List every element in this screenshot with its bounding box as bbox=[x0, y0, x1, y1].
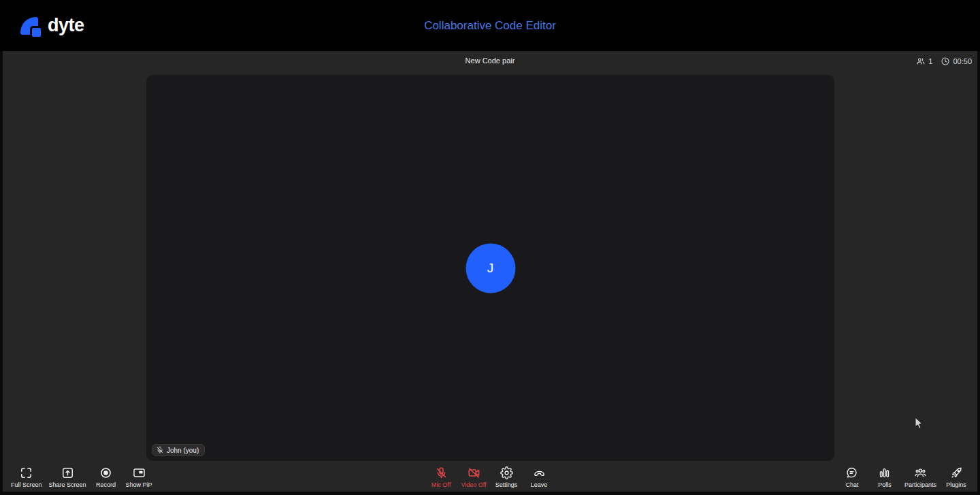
control-label: Plugins bbox=[946, 481, 966, 488]
timer-value: 00:50 bbox=[953, 57, 972, 65]
meeting-stage: New Code pair 1 00:50 bbox=[3, 51, 977, 492]
control-label: Participants bbox=[904, 481, 936, 488]
record-icon bbox=[99, 466, 112, 479]
meeting-timer: 00:50 bbox=[941, 57, 972, 66]
full-screen-button[interactable]: Full Screen bbox=[10, 466, 44, 488]
rocket-icon bbox=[950, 466, 963, 479]
control-label: Settings bbox=[495, 481, 518, 488]
plugins-button[interactable]: Plugins bbox=[942, 466, 970, 488]
share-screen-icon bbox=[61, 466, 74, 479]
record-button[interactable]: Record bbox=[92, 466, 120, 488]
mic-off-icon bbox=[435, 466, 448, 479]
control-label: Leave bbox=[531, 481, 548, 488]
leave-call-icon bbox=[533, 466, 546, 479]
control-label: Mic Off bbox=[431, 481, 451, 488]
people-group-icon bbox=[914, 466, 927, 479]
control-label: Full Screen bbox=[11, 481, 42, 488]
settings-button[interactable]: Settings bbox=[492, 466, 521, 488]
video-off-icon bbox=[468, 466, 480, 479]
participants-count-icon bbox=[916, 57, 926, 66]
control-label: Show PiP bbox=[126, 481, 152, 488]
gear-icon bbox=[500, 466, 513, 479]
chat-button[interactable]: Chat bbox=[838, 466, 866, 488]
control-group-left: Full Screen Share Screen bbox=[10, 466, 154, 488]
fullscreen-icon bbox=[20, 466, 33, 479]
meeting-stats: 1 00:50 bbox=[916, 57, 972, 66]
participant-video-tile: J John (you) bbox=[146, 75, 834, 461]
polls-button[interactable]: Polls bbox=[870, 466, 899, 488]
meeting-title: New Code pair bbox=[3, 57, 977, 65]
control-group-center: Mic Off Video Off bbox=[427, 466, 553, 488]
control-label: Share Screen bbox=[49, 481, 86, 488]
page-title: Collaborative Code Editor bbox=[0, 19, 980, 33]
participants-button[interactable]: Participants bbox=[903, 466, 938, 488]
control-label: Record bbox=[96, 481, 116, 488]
clock-icon bbox=[941, 57, 950, 66]
video-off-button[interactable]: Video Off bbox=[459, 466, 488, 488]
share-screen-button[interactable]: Share Screen bbox=[48, 466, 88, 488]
control-label: Polls bbox=[878, 481, 892, 488]
mic-off-button[interactable]: Mic Off bbox=[427, 466, 455, 488]
participant-name: John (you) bbox=[167, 447, 199, 454]
chat-bubble-icon bbox=[845, 466, 858, 479]
polls-bars-icon bbox=[878, 466, 891, 479]
pip-icon bbox=[133, 466, 146, 479]
show-pip-button[interactable]: Show PiP bbox=[125, 466, 154, 488]
control-bar: Full Screen Share Screen bbox=[3, 464, 977, 488]
meeting-header: New Code pair 1 00:50 bbox=[3, 57, 977, 69]
participant-count-value: 1 bbox=[928, 57, 932, 65]
mouse-cursor bbox=[915, 417, 924, 432]
leave-button[interactable]: Leave bbox=[525, 466, 553, 488]
participant-count: 1 bbox=[916, 57, 932, 66]
control-group-right: Chat Polls bbox=[838, 466, 970, 488]
control-label: Chat bbox=[845, 481, 858, 488]
avatar: J bbox=[466, 243, 515, 293]
participant-name-tag: John (you) bbox=[152, 444, 205, 456]
control-label: Video Off bbox=[461, 481, 486, 488]
top-bar: dyte Collaborative Code Editor bbox=[0, 0, 980, 51]
mic-off-icon bbox=[156, 446, 164, 454]
